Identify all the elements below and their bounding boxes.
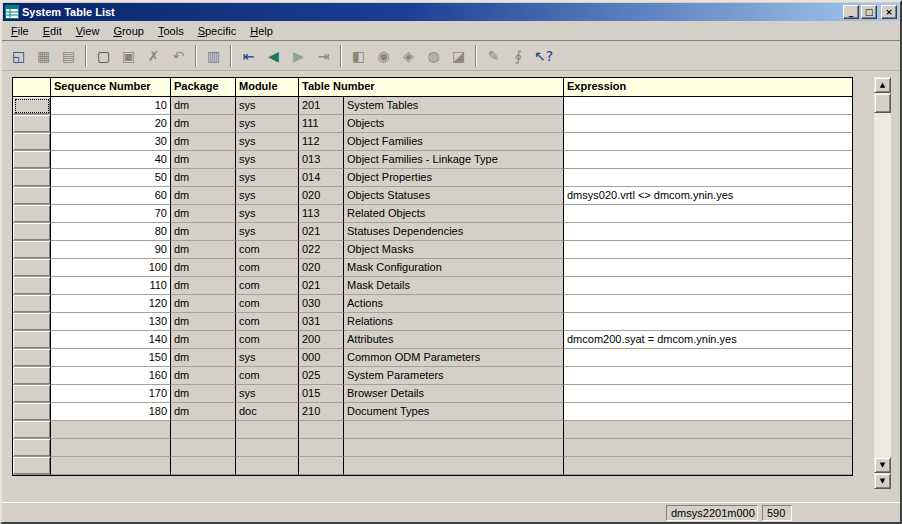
cell-package[interactable]: dm	[171, 205, 236, 223]
cell-package[interactable]: dm	[171, 223, 236, 241]
cell-module[interactable]: doc	[236, 403, 299, 421]
cell-module[interactable]: sys	[236, 97, 299, 115]
cell-expression[interactable]: dmcom200.syat = dmcom.ynin.yes	[564, 331, 852, 349]
cell-package[interactable]: dm	[171, 295, 236, 313]
cell-expression[interactable]	[564, 151, 852, 169]
next-record-button[interactable]: ▶	[286, 44, 311, 68]
cell-table-description[interactable]: Attributes	[344, 331, 564, 349]
options-button[interactable]: ◪	[446, 44, 471, 68]
cell-module[interactable]: sys	[236, 349, 299, 367]
column-header-table-number[interactable]: Table Number	[299, 78, 564, 97]
cell-sequence-number[interactable]: 30	[51, 133, 171, 151]
related-sessions-button[interactable]: ◧	[346, 44, 371, 68]
cell-package[interactable]: dm	[171, 97, 236, 115]
cell-module[interactable]: sys	[236, 133, 299, 151]
cell-table-description[interactable]: Mask Configuration	[344, 259, 564, 277]
cell-table-description[interactable]: System Parameters	[344, 367, 564, 385]
row-selector[interactable]	[13, 133, 51, 151]
cell-table-number[interactable]: 020	[299, 187, 344, 205]
cell-table-number[interactable]: 020	[299, 259, 344, 277]
cell-expression[interactable]	[564, 421, 852, 439]
cell-table-number[interactable]: 014	[299, 169, 344, 187]
column-header-selector[interactable]	[13, 78, 51, 97]
cell-module[interactable]: com	[236, 295, 299, 313]
cell-table-description[interactable]: Object Families - Linkage Type	[344, 151, 564, 169]
cell-table-number[interactable]	[299, 457, 344, 475]
exit-session-button[interactable]: ◱	[6, 44, 31, 68]
zoom-button[interactable]: ▥	[201, 44, 226, 68]
row-selector[interactable]	[13, 241, 51, 259]
cell-table-number[interactable]: 013	[299, 151, 344, 169]
menu-help[interactable]: Help	[243, 23, 280, 40]
cell-expression[interactable]	[564, 367, 852, 385]
cell-table-number[interactable]: 201	[299, 97, 344, 115]
cell-table-number[interactable]: 015	[299, 385, 344, 403]
row-selector[interactable]	[13, 223, 51, 241]
cell-package[interactable]: dm	[171, 367, 236, 385]
row-selector[interactable]	[13, 367, 51, 385]
cell-table-number[interactable]	[299, 439, 344, 457]
cell-table-description[interactable]	[344, 439, 564, 457]
previous-record-button[interactable]: ◀	[261, 44, 286, 68]
cell-package[interactable]: dm	[171, 313, 236, 331]
new-record-button[interactable]: ▢	[91, 44, 116, 68]
cell-package[interactable]: dm	[171, 169, 236, 187]
cell-sequence-number[interactable]: 80	[51, 223, 171, 241]
cell-expression[interactable]	[564, 385, 852, 403]
menu-edit[interactable]: Edit	[36, 23, 69, 40]
titlebar[interactable]: System Table List _ □ ×	[3, 3, 899, 21]
cell-package[interactable]: dm	[171, 241, 236, 259]
row-selector[interactable]	[13, 457, 51, 475]
cell-table-description[interactable]: Document Types	[344, 403, 564, 421]
cell-expression[interactable]	[564, 259, 852, 277]
cell-table-description[interactable]	[344, 421, 564, 439]
row-selector[interactable]	[13, 205, 51, 223]
menu-group[interactable]: Group	[106, 23, 151, 40]
cell-sequence-number[interactable]: 120	[51, 295, 171, 313]
cell-sequence-number[interactable]: 60	[51, 187, 171, 205]
cell-expression[interactable]	[564, 205, 852, 223]
filter-button[interactable]: ◉	[371, 44, 396, 68]
cell-table-description[interactable]: Common ODM Parameters	[344, 349, 564, 367]
cell-expression[interactable]	[564, 313, 852, 331]
cell-table-number[interactable]: 021	[299, 223, 344, 241]
scroll-page-down-button[interactable]: ▼	[874, 473, 891, 489]
cell-expression[interactable]	[564, 241, 852, 259]
cell-table-description[interactable]: Browser Details	[344, 385, 564, 403]
text-editor-button[interactable]: ✎	[481, 44, 506, 68]
cell-table-number[interactable]: 022	[299, 241, 344, 259]
row-selector[interactable]	[13, 331, 51, 349]
close-button[interactable]: ×	[881, 5, 897, 19]
row-selector[interactable]	[13, 349, 51, 367]
cell-sequence-number[interactable]	[51, 421, 171, 439]
delete-button[interactable]: ✗	[141, 44, 166, 68]
cell-module[interactable]: sys	[236, 187, 299, 205]
cell-sequence-number[interactable]: 140	[51, 331, 171, 349]
cell-expression[interactable]	[564, 439, 852, 457]
cell-package[interactable]	[171, 421, 236, 439]
minimize-button[interactable]: _	[843, 5, 859, 19]
cell-table-description[interactable]	[344, 457, 564, 475]
cell-package[interactable]: dm	[171, 385, 236, 403]
cell-table-description[interactable]: Object Families	[344, 133, 564, 151]
row-selector[interactable]	[13, 385, 51, 403]
cell-package[interactable]: dm	[171, 403, 236, 421]
cell-module[interactable]	[236, 457, 299, 475]
cell-module[interactable]: sys	[236, 385, 299, 403]
cell-sequence-number[interactable]: 110	[51, 277, 171, 295]
cell-table-number[interactable]: 025	[299, 367, 344, 385]
cell-package[interactable]: dm	[171, 259, 236, 277]
row-selector[interactable]	[13, 151, 51, 169]
row-selector[interactable]	[13, 115, 51, 133]
attachment-button[interactable]: ∮	[506, 44, 531, 68]
cell-package[interactable]: dm	[171, 151, 236, 169]
cell-package[interactable]	[171, 457, 236, 475]
cell-package[interactable]	[171, 439, 236, 457]
cell-sequence-number[interactable]	[51, 439, 171, 457]
cell-table-number[interactable]: 113	[299, 205, 344, 223]
cell-module[interactable]: com	[236, 259, 299, 277]
cell-expression[interactable]	[564, 169, 852, 187]
cell-sequence-number[interactable]: 130	[51, 313, 171, 331]
cell-table-description[interactable]: Mask Details	[344, 277, 564, 295]
cell-table-number[interactable]	[299, 421, 344, 439]
